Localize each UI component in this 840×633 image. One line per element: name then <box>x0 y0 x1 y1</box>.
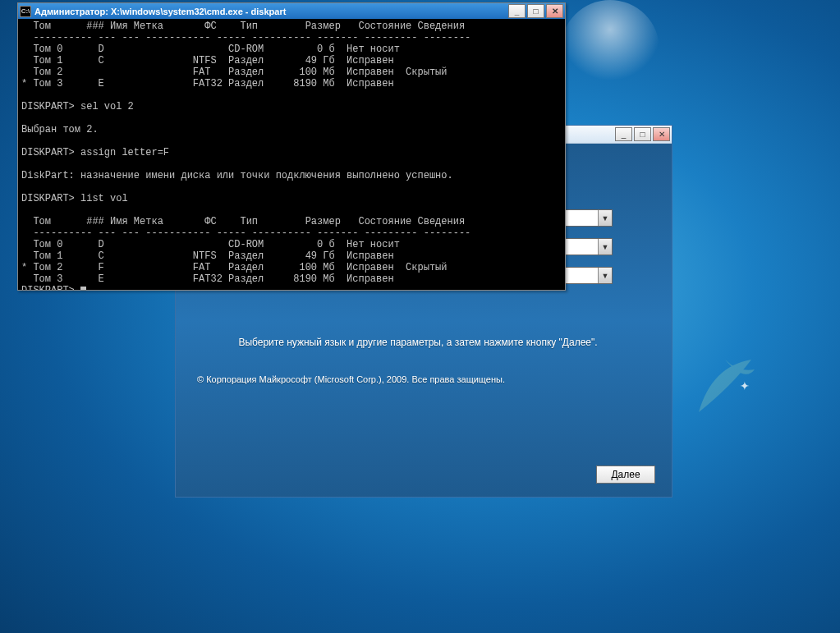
chevron-down-icon: ▼ <box>598 268 612 283</box>
next-button[interactable]: Далее <box>596 466 655 484</box>
cmd-titlebar[interactable]: C:\ Администратор: X:\windows\system32\c… <box>18 3 565 19</box>
cmd-output[interactable]: Том ### Имя Метка ФС Тип Размер Состояни… <box>18 19 565 290</box>
next-button-label: Далее <box>611 469 640 480</box>
minimize-button[interactable]: _ <box>615 127 632 141</box>
cmd-title: Администратор: X:\windows\system32\cmd.e… <box>34 7 507 16</box>
copyright-text: © Корпорация Майкрософт (Microsoft Corp.… <box>186 374 650 384</box>
chevron-down-icon: ▼ <box>598 239 612 255</box>
cmd-close-button[interactable]: ✕ <box>546 4 563 18</box>
cmd-window: C:\ Администратор: X:\windows\system32\c… <box>17 2 566 291</box>
maximize-button[interactable]: □ <box>634 127 651 141</box>
cmd-icon: C:\ <box>20 6 31 17</box>
chevron-down-icon: ▼ <box>598 210 612 226</box>
instruction-text: Выберите нужный язык и другие параметры,… <box>186 337 650 348</box>
cmd-minimize-button[interactable]: _ <box>508 4 526 18</box>
close-button[interactable]: ✕ <box>653 127 670 141</box>
background-flare <box>561 0 659 99</box>
cmd-maximize-button[interactable]: □ <box>527 4 544 18</box>
background-bird-icon: ✦ <box>740 379 750 392</box>
